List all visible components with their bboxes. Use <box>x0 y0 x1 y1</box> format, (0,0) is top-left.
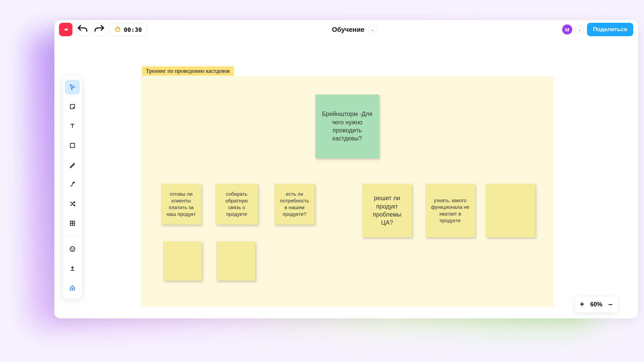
zoom-out-button[interactable]: – <box>608 300 612 309</box>
sticky-note[interactable]: решит ли продукт проблемы ЦА? <box>362 184 412 237</box>
sticky-text: готовы ли клиенты платить за наш продукт <box>165 191 197 218</box>
frame-area[interactable]: Брейншторм -Для чего нужно проводить кас… <box>141 76 553 307</box>
sticky-note[interactable]: собирать обратную связь о продукте <box>215 184 258 225</box>
chevron-down-icon: ⌄ <box>578 27 581 32</box>
sticky-note[interactable] <box>216 241 255 281</box>
redo-icon <box>93 23 106 36</box>
sticky-text: есть ли потребность в нашем продукте? <box>278 191 311 218</box>
sticky-note[interactable] <box>486 184 535 237</box>
timer-button[interactable]: ⏱ 00:30 <box>109 23 147 36</box>
timer-value: 00:30 <box>124 26 142 33</box>
sticky-text: узнать, какого функционала не хватает в … <box>429 197 471 224</box>
avatar-initial: M <box>565 27 570 33</box>
avatar-dropdown[interactable]: ⌄ <box>576 25 584 34</box>
sticky-note[interactable]: узнать, какого функционала не хватает в … <box>425 184 475 237</box>
sticky-text: решит ли продукт проблемы ЦА? <box>366 194 408 227</box>
zoom-control: + 60% – <box>575 296 618 312</box>
chevron-down-icon: ⌄ <box>371 27 374 32</box>
topbar: ⏱ 00:30 Обучение ⌄ M ⌄ Поделиться <box>54 20 638 39</box>
undo-button[interactable] <box>76 23 89 36</box>
sticky-main[interactable]: Брейншторм -Для чего нужно проводить кас… <box>315 95 379 158</box>
logo-icon <box>62 26 69 33</box>
zoom-level[interactable]: 60% <box>590 301 602 308</box>
board-title-group: Обучение ⌄ <box>150 25 559 34</box>
board-title[interactable]: Обучение <box>332 26 365 34</box>
avatar[interactable]: M <box>562 24 572 35</box>
redo-button[interactable] <box>93 23 106 36</box>
frame-label[interactable]: Тренинг по проведению кастдевов <box>142 66 234 76</box>
app-logo[interactable] <box>59 23 72 36</box>
sticky-text: собирать обратную связь о продукте <box>219 191 254 218</box>
sticky-note[interactable]: готовы ли клиенты платить за наш продукт <box>161 184 201 225</box>
undo-icon <box>76 23 89 36</box>
sticky-note[interactable] <box>163 241 202 281</box>
app-window: ⏱ 00:30 Обучение ⌄ M ⌄ Поделиться <box>54 20 638 318</box>
share-button[interactable]: Поделиться <box>587 23 633 36</box>
canvas[interactable]: Тренинг по проведению кастдевов Брейншто… <box>54 39 638 318</box>
sticky-text: Брейншторм -Для чего нужно проводить кас… <box>319 110 375 142</box>
board-title-dropdown[interactable]: ⌄ <box>368 25 377 34</box>
zoom-in-button[interactable]: + <box>580 300 584 309</box>
stopwatch-icon: ⏱ <box>114 25 121 34</box>
sticky-note[interactable]: есть ли потребность в нашем продукте? <box>274 184 315 225</box>
